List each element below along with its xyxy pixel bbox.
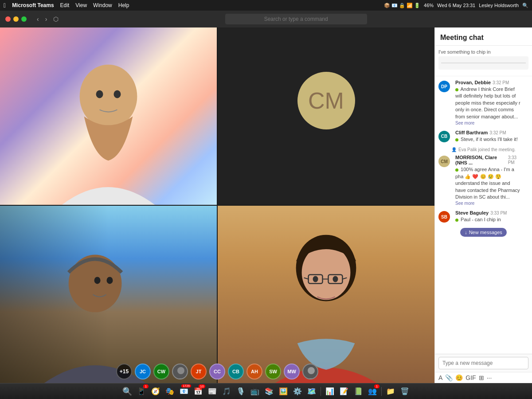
sender-4: Steve Baguley [455,210,489,215]
chat-header: Meeting chat [435,27,532,46]
dock-powerpoint[interactable]: 📊 [324,385,336,398]
message-item-3: CM MORRISON, Clare (NHS ... 3:33 PM 100%… [438,155,528,206]
video-tile-bottom-left [0,206,217,383]
participant-photo2[interactable] [302,364,318,379]
see-more-1[interactable]: See more [455,121,474,125]
new-messages-button[interactable]: ↓ New messages [460,228,507,237]
dock-mail[interactable]: 📧1729 [178,385,190,398]
svg-point-13 [313,276,318,282]
dock-appstore[interactable]: 📱1 [135,385,148,398]
svg-point-5 [107,277,113,284]
person-video-bottomleft [0,206,217,383]
sender-2: Cliff Barthram [455,130,488,135]
menubar-search-icon[interactable]: 🔍 [522,3,528,8]
svg-point-2 [113,90,121,98]
chat-panel: Meeting chat I've something to chip in D… [434,27,532,383]
dock: 🔍 📱1 🧭 🎭 📧1729 📅10 📰 🎵 🎙️ 📺 📚 🖼️ ⚙️ 🗺️ 📊… [0,383,532,399]
menu-view[interactable]: View [75,2,87,8]
search-bar [65,14,527,24]
sender-1: Provan, Debbie [455,80,491,85]
menu-help[interactable]: Help [118,2,129,8]
svg-point-1 [96,90,103,98]
attach-icon[interactable]: 📎 [445,374,453,381]
dock-safari[interactable]: 🧭 [149,385,162,398]
more-participants[interactable]: +15 [116,364,132,379]
new-window-icon[interactable]: ⬡ [51,15,61,23]
back-button[interactable]: ‹ [35,15,41,23]
dock-badge-appstore: 1 [143,384,149,388]
message-text-4: Paul - can I chip in [455,216,507,223]
meeting-icon: 👤 [451,147,457,152]
dock-badge-calendar: 10 [199,384,205,388]
menubar-user[interactable]: Lesley Holdsworth [479,3,519,8]
main-layout: CM [0,27,532,383]
see-more-3[interactable]: See more [455,201,474,206]
dock-opera[interactable]: 🎭 [164,385,176,398]
traffic-lights [5,16,27,22]
dock-books[interactable]: 📚 [263,385,275,398]
dock-photos[interactable]: 🖼️ [277,385,289,398]
participant-mw[interactable]: MW [284,364,300,379]
video-tile-bottom-right [218,206,434,383]
gif-icon[interactable]: GIF [466,374,476,381]
message-item-4: SB Steve Baguley 3:33 PM Paul - can I ch… [438,210,528,223]
minimize-button[interactable] [13,16,19,22]
participant-photo1[interactable] [172,364,188,379]
dock-excel[interactable]: 📗 [352,385,364,398]
message-header-2: Cliff Barthram 3:32 PM [455,130,518,135]
chat-messages[interactable]: DP Provan, Debbie 3:32 PM Andrew I think… [435,76,532,354]
menu-edit[interactable]: Edit [60,2,70,8]
menubar:  Microsoft Teams Edit View Window Help … [0,0,532,11]
format-icon[interactable]: A [438,374,442,381]
system-message-eva: 👤 Eva Palik joined the meeting. [438,147,528,152]
time-4: 3:33 PM [490,211,507,215]
dock-finder[interactable]: 🔍 [121,385,133,398]
svg-point-3 [69,255,122,313]
time-2: 3:32 PM [489,130,506,135]
menu-window[interactable]: Window [93,2,112,8]
dock-trash[interactable]: 🗑️ [399,385,411,398]
search-input[interactable] [225,14,367,24]
dock-maps[interactable]: 🗺️ [305,385,318,398]
sticker-icon[interactable]: ⊞ [479,374,484,381]
message-header-4: Steve Baguley 3:33 PM [455,210,507,215]
preview-squiggle [438,56,528,70]
fullscreen-button[interactable] [21,16,27,22]
menubar-battery: 46% [424,3,434,8]
online-indicator-4 [455,219,458,222]
dock-word[interactable]: 📝 [338,385,350,398]
dock-music[interactable]: 🎵 [220,385,233,398]
dock-appletv[interactable]: 📺 [249,385,261,398]
svg-point-16 [308,367,315,374]
participant-cw[interactable]: CW [153,364,169,379]
menubar-left:  Microsoft Teams Edit View Window Help [4,2,129,9]
close-button[interactable] [5,16,11,22]
message-text-3: 100% agree Anna - I'm a pha 👍 ❤️ 😊 😢 😲 u… [455,166,522,200]
more-icon[interactable]: ··· [487,374,492,381]
dock-badge-teams: 1 [374,384,379,388]
forward-button[interactable]: › [43,15,50,23]
apple-icon[interactable]:  [4,2,6,9]
participant-sw[interactable]: SW [265,364,281,379]
participant-cb[interactable]: CB [228,364,244,379]
participant-jt[interactable]: JT [191,364,207,379]
system-text: Eva Palik joined the meeting. [458,147,516,152]
svg-point-0 [80,65,137,129]
dock-calendar[interactable]: 📅10 [192,385,204,398]
nav-arrows: ‹ › ⬡ [35,15,61,23]
participant-jc[interactable]: JC [135,364,151,379]
participant-cc[interactable]: CC [209,364,225,379]
dock-prefs[interactable]: ⚙️ [291,385,304,398]
participant-ah[interactable]: AH [246,364,262,379]
dock-separator2 [381,387,382,396]
dock-finder2[interactable]: 📁 [384,385,397,398]
dock-teams[interactable]: 👥1 [366,385,379,398]
person-video-bottomright [218,206,434,383]
compose-input[interactable] [438,357,528,369]
emoji-icon[interactable]: 😊 [455,374,463,381]
titlebar: ‹ › ⬡ [0,11,532,27]
dock-news[interactable]: 📰 [206,385,219,398]
message-content-3: MORRISON, Clare (NHS ... 3:33 PM 100% ag… [455,155,522,206]
dock-podcasts[interactable]: 🎙️ [235,385,247,398]
svg-point-14 [332,276,338,282]
